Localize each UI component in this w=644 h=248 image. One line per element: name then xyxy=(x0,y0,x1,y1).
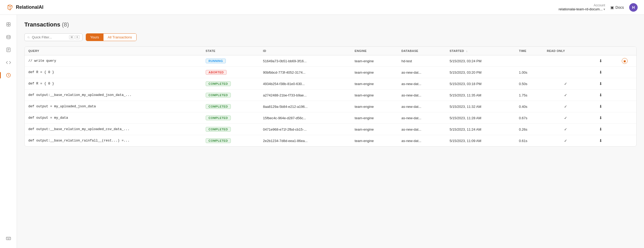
cell-download[interactable]: ⬇ xyxy=(588,55,613,67)
check-icon: ✓ xyxy=(564,82,567,86)
cell-state: RUNNING xyxy=(202,55,259,67)
table-header-row: QUERY STATE ID ENGINE DATABASE STARTED ↓… xyxy=(25,47,636,55)
sidebar-item-keyboard[interactable] xyxy=(3,233,14,244)
cell-download[interactable]: ⬇ xyxy=(588,124,613,135)
stop-button[interactable]: ■ xyxy=(622,58,628,64)
cell-engine: team-engine xyxy=(351,78,398,90)
state-badge: COMPLETED xyxy=(206,116,231,120)
cell-id: 15fbec4c-964e-d287-d56c... xyxy=(259,112,351,124)
cell-read-only: ✓ xyxy=(543,112,588,124)
transactions-table-container: QUERY STATE ID ENGINE DATABASE STARTED ↓… xyxy=(24,46,637,147)
logo-label: RelationalAI xyxy=(16,5,43,10)
table-row: def output = my_uploaded_json_dataCOMPLE… xyxy=(25,101,636,112)
cell-engine: team-engine xyxy=(351,124,398,135)
cell-query: // write query xyxy=(25,55,202,67)
search-input[interactable] xyxy=(32,35,67,39)
col-id: ID xyxy=(259,47,351,55)
avatar[interactable]: H xyxy=(629,3,638,12)
cell-download[interactable]: ⬇ xyxy=(588,67,613,78)
state-badge: ABORTED xyxy=(206,70,227,75)
cell-database: as-new-dat... xyxy=(398,67,446,78)
cell-id: 4934b254-f38b-81e0-630... xyxy=(259,78,351,90)
download-button[interactable]: ⬇ xyxy=(597,92,604,98)
cell-database: as-new-dat... xyxy=(398,135,446,147)
sidebar-item-engines[interactable] xyxy=(3,19,14,30)
sidebar-item-worksheets[interactable] xyxy=(3,45,14,55)
cell-download[interactable]: ⬇ xyxy=(588,90,613,101)
sidebar-item-transactions[interactable] xyxy=(3,70,14,81)
search-box: ⌘ K xyxy=(24,33,83,41)
col-database: DATABASE xyxy=(398,47,446,55)
cell-id: 51649a73-0b51-bb69-3f16... xyxy=(259,55,351,67)
cell-read-only xyxy=(543,67,588,78)
table-row: def output:__base_relation_my_uploaded_j… xyxy=(25,90,636,101)
download-button[interactable]: ⬇ xyxy=(597,126,604,132)
sidebar-item-databases[interactable] xyxy=(3,32,14,42)
cell-started: 5/15/2023, 11:35 AM xyxy=(446,90,515,101)
cell-action xyxy=(613,90,636,101)
download-button[interactable]: ⬇ xyxy=(597,81,604,87)
page-count: (8) xyxy=(62,21,69,28)
cell-state: COMPLETED xyxy=(202,135,259,147)
tab-all-transactions[interactable]: All Transactions xyxy=(103,34,136,41)
cell-read-only: ✓ xyxy=(543,101,588,112)
docs-button[interactable]: ▣ Docs xyxy=(610,5,624,10)
state-badge: COMPLETED xyxy=(206,81,231,86)
state-badge: COMPLETED xyxy=(206,104,231,109)
state-badge: COMPLETED xyxy=(206,127,231,132)
cell-action[interactable]: ■ xyxy=(613,55,636,67)
cell-started: 5/15/2023, 11:28 AM xyxy=(446,112,515,124)
cell-time: 0.61s xyxy=(515,135,543,147)
cell-started: 5/15/2023, 03:18 PM xyxy=(446,78,515,90)
check-icon: ✓ xyxy=(564,104,567,109)
sort-icon-started: ↓ xyxy=(466,49,468,52)
cell-started: 5/15/2023, 11:32 AM xyxy=(446,101,515,112)
cell-query: def output = my_data xyxy=(25,112,202,124)
tab-yours[interactable]: Yours xyxy=(86,34,103,41)
cell-time: 1.00s xyxy=(515,67,543,78)
account-dropdown-icon[interactable]: ▾ xyxy=(604,7,605,11)
cell-read-only: ✓ xyxy=(543,135,588,147)
cell-database: as-new-dat... xyxy=(398,124,446,135)
cell-action xyxy=(613,112,636,124)
cell-state: COMPLETED xyxy=(202,78,259,90)
download-button[interactable]: ⬇ xyxy=(597,58,604,64)
sidebar-item-code[interactable] xyxy=(3,57,14,68)
svg-point-6 xyxy=(7,35,10,37)
download-button[interactable]: ⬇ xyxy=(597,69,604,75)
col-query: QUERY xyxy=(25,47,202,55)
cell-time: 1.75s xyxy=(515,90,543,101)
cell-time: 0.40s xyxy=(515,101,543,112)
check-icon: ✓ xyxy=(564,93,567,97)
col-started[interactable]: STARTED ↓ xyxy=(446,47,515,55)
cell-download[interactable]: ⬇ xyxy=(588,135,613,147)
cell-read-only xyxy=(543,55,588,67)
cell-download[interactable]: ⬇ xyxy=(588,78,613,90)
cell-download[interactable]: ⬇ xyxy=(588,112,613,124)
svg-point-1 xyxy=(8,24,9,25)
cell-state: COMPLETED xyxy=(202,124,259,135)
content-area: Transactions (8) ⌘ K Yours All Transacti… xyxy=(17,15,644,248)
cell-started: 5/15/2023, 11:09 AM xyxy=(446,135,515,147)
cell-engine: team-engine xyxy=(351,90,398,101)
download-button[interactable]: ⬇ xyxy=(597,138,604,144)
sidebar xyxy=(0,15,17,248)
cell-query: def output = my_uploaded_json_data xyxy=(25,101,202,112)
cell-state: ABORTED xyxy=(202,67,259,78)
download-button[interactable]: ⬇ xyxy=(597,104,604,109)
logo-icon xyxy=(6,4,14,11)
cell-query: def output:__base_relation_my_uploaded_j… xyxy=(25,90,202,101)
cell-action xyxy=(613,78,636,90)
app-logo[interactable]: RelationalAI xyxy=(6,4,43,11)
download-button[interactable]: ⬇ xyxy=(597,115,604,121)
cell-download[interactable]: ⬇ xyxy=(588,101,613,112)
cell-engine: team-engine xyxy=(351,101,398,112)
cell-started: 5/15/2023, 03:20 PM xyxy=(446,67,515,78)
cell-engine: team-engine xyxy=(351,67,398,78)
state-badge: COMPLETED xyxy=(206,138,231,143)
cell-action xyxy=(613,135,636,147)
transactions-table: QUERY STATE ID ENGINE DATABASE STARTED ↓… xyxy=(25,47,636,146)
page-header: Transactions (8) xyxy=(24,21,637,28)
cell-read-only: ✓ xyxy=(543,124,588,135)
docs-label: Docs xyxy=(615,5,624,10)
